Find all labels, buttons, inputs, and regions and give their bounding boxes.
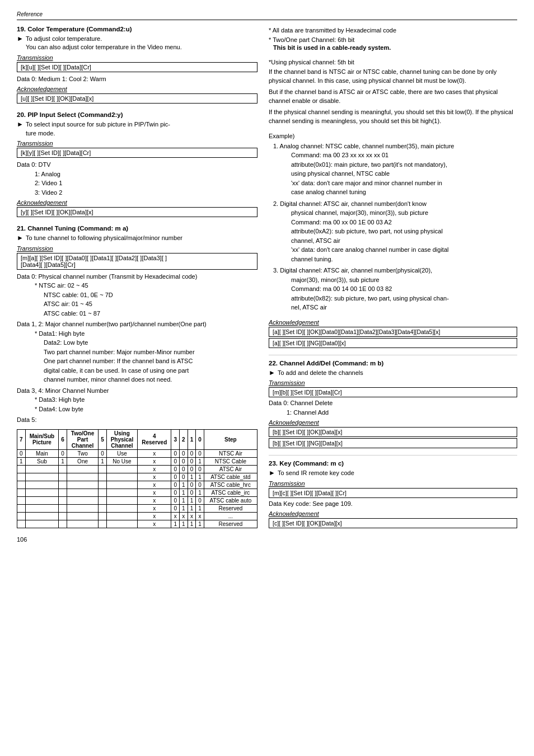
section-19-ack-code: [u][ ][Set ID][ ][OK][Data][x] [17, 93, 257, 104]
section-20-transmission-label: Transmission [17, 140, 257, 147]
table-row: x0100ATSC cable_hrc [17, 481, 257, 489]
arrow-icon-19: ► [17, 35, 24, 52]
physical-text-3: If the physical channel sending is meani… [269, 107, 517, 126]
section-22-desc: ► To add and delete the channels [269, 369, 517, 378]
section-20: 20. PIP Input Select (Command2:y) ► To s… [17, 111, 257, 217]
section-19-ack-label: Acknowledgement [17, 86, 257, 92]
right-ack-code-2: [a][ ][Set ID][ ][NG][Data0][x] [269, 338, 517, 348]
section-20-ack-code: [y][ ][Set ID][ ][OK][Data][x] [17, 207, 257, 217]
section-20-data: Data 0: DTV 1: Analog 2: Video 1 3: Vide… [17, 160, 257, 197]
divider-2 [269, 455, 517, 456]
section-20-description: ► To select input source for sub picture… [17, 120, 257, 138]
section-19-data: Data 0: Medium 1: Cool 2: Warm [17, 74, 257, 84]
section-23-trans-code: [m][c][ ][Set ID][ ][Data][ ][Cr] [269, 488, 517, 498]
col-two-one: Two/OnePartChannel [67, 429, 98, 449]
section-21-transmission-code: [m][a][ ][Set ID][ ][Data0][ ][Data1][ ]… [17, 253, 257, 270]
section-22-trans-code: [m][b][ ][Set ID][ ][Data][Cr] [269, 387, 517, 397]
note-two-one: * Two/One part Channel: 6th bit [269, 35, 517, 45]
left-column: 19. Color Temperature (Command2:u) ► To … [17, 26, 257, 543]
section-22-ack-code-2: [b][ ][Set ID][ ][NG][Data][x] [269, 438, 517, 448]
table-row: xxxxx... [17, 512, 257, 520]
right-ack-code-1: [a][ ][Set ID][ ][OK][Data0][Data1][Data… [269, 327, 517, 337]
section-22: 22. Channel Add/Del (Command: m b) ► To … [269, 360, 517, 449]
section-22-trans-label: Transmission [269, 379, 517, 386]
divider-1 [269, 355, 517, 355]
table-row: 0Main0Two0Usex0000NTSC Air [17, 449, 257, 457]
section-23-data: Data Key code: See page 109. [269, 499, 517, 509]
section-23-desc: ► To send IR remote key code [269, 469, 517, 478]
section-19-transmission-label: Transmission [17, 54, 257, 61]
section-23: 23. Key (Command: m c) ► To send IR remo… [269, 460, 517, 528]
right-ack-section: Acknowledgement [a][ ][Set ID][ ][OK][Da… [269, 319, 517, 348]
section-22-ack-label: Acknowledgement [269, 419, 517, 426]
section-23-trans-label: Transmission [269, 480, 517, 487]
table-row: x0000ATSC Air [17, 465, 257, 473]
section-21-description: ► To tune channel to following physical/… [17, 234, 257, 243]
col-1: 1 [188, 429, 196, 449]
section-22-data: Data 0: Channel Delete 1: Channel Add [269, 398, 517, 417]
note-hex: * All data are transmitted by Hexadecima… [269, 26, 517, 35]
section-19-title: 19. Color Temperature (Command2:u) [17, 26, 257, 32]
section-21-transmission-label: Transmission [17, 245, 257, 252]
col-7: 7 [17, 429, 26, 449]
note-cable-ready: This bit is used in a cable-ready system… [273, 44, 517, 51]
example-2: 2. Digital channel: ATSC air, channel nu… [273, 199, 517, 264]
col-3: 3 [171, 429, 180, 449]
section-20-transmission-code: [k][y][ ][Set ID][ ][Data][Cr] [17, 148, 257, 158]
col-2: 2 [180, 429, 188, 449]
col-5: 5 [99, 429, 107, 449]
col-step: Step [204, 429, 257, 449]
section-21-title: 21. Channel Tuning (Command: m a) [17, 225, 257, 232]
channel-table: 7 Main/SubPicture 6 Two/OnePartChannel 5… [17, 429, 257, 528]
table-row: x0110ATSC cable auto [17, 496, 257, 504]
example-section: Example) 1. Analog channel: NTSC cable, … [269, 133, 517, 312]
right-column: * All data are transmitted by Hexadecima… [269, 26, 517, 543]
col-4: 4Reserved [138, 429, 171, 449]
section-20-title: 20. PIP Input Select (Command2:y) [17, 111, 257, 118]
section-19-description: ► To adjust color temperature.You can al… [17, 35, 257, 52]
section-19: 19. Color Temperature (Command2:u) ► To … [17, 26, 257, 104]
section-21: 21. Channel Tuning (Command: m a) ► To t… [17, 225, 257, 528]
col-6: 6 [59, 429, 67, 449]
section-22-ack-code-1: [b][ ][Set ID][ ][OK][Data][x] [269, 427, 517, 437]
page-number: 106 [17, 536, 257, 543]
physical-channel-section: *Using physical channel: 5th bit If the … [269, 58, 517, 126]
arrow-icon-23: ► [269, 469, 275, 478]
note-physical: *Using physical channel: 5th bit [269, 58, 517, 67]
example-label: Example) [269, 133, 517, 139]
col-0: 0 [196, 429, 204, 449]
section-23-ack-code: [c][ ][Set ID][ ][OK][Data][x] [269, 518, 517, 528]
page-header: Reference [17, 11, 517, 20]
physical-text-1: If the channel band is NTSC air or NTSC … [269, 67, 517, 86]
table-row: x1111Reserved [17, 520, 257, 528]
table-row: x0011ATSC cable_std [17, 473, 257, 481]
col-main-sub: Main/SubPicture [25, 429, 59, 449]
notes-section: * All data are transmitted by Hexadecima… [269, 26, 517, 51]
table-row: x0101ATSC cable_irc [17, 489, 257, 496]
arrow-icon-20: ► [17, 120, 24, 138]
right-ack-label: Acknowledgement [269, 319, 517, 326]
arrow-icon-22: ► [269, 369, 275, 378]
section-23-ack-label: Acknowledgement [269, 510, 517, 517]
col-using: UsingPhysicalChannel [106, 429, 137, 449]
section-21-data: Data 0: Physical channel number (Transmi… [17, 272, 257, 425]
section-19-transmission-code: [k][u][ ][Set ID][ ][Data][Cr] [17, 62, 257, 72]
example-3: 3. Digital channel: ATSC air, channel nu… [273, 266, 517, 312]
section-20-ack-label: Acknowledgement [17, 199, 257, 206]
example-1: 1. Analog channel: NTSC cable, channel n… [273, 142, 517, 197]
arrow-icon-21: ► [17, 234, 24, 243]
table-row: x0111Reserved [17, 504, 257, 512]
table-row: 1Sub1One1No Usex0001NTSC Cable [17, 457, 257, 465]
section-23-title: 23. Key (Command: m c) [269, 460, 517, 467]
physical-text-2: But if the channel band is ATSC air or A… [269, 87, 517, 106]
section-22-title: 22. Channel Add/Del (Command: m b) [269, 360, 517, 367]
